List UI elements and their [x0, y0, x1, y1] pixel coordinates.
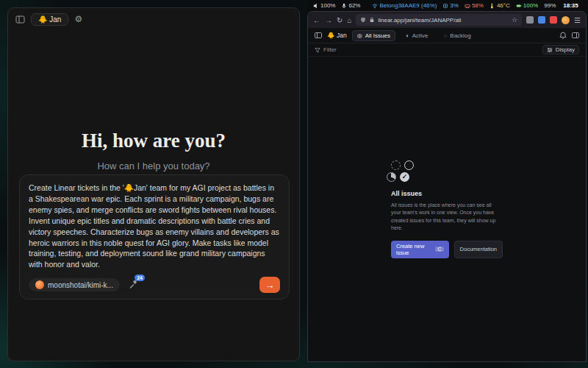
send-button[interactable]: →	[259, 277, 280, 293]
tab-backlog-label: Backlog	[450, 32, 470, 39]
team-selector[interactable]: 🐥 Jan	[31, 13, 68, 26]
extensions-icon[interactable]	[526, 16, 534, 24]
linear-team-label: 🐥 Jan	[327, 32, 347, 39]
jan-titlebar: 🐥 Jan ⚙	[8, 8, 299, 30]
linear-sidebar-toggle-icon[interactable]	[315, 32, 322, 39]
model-selector[interactable]: moonshotai/kimi-k...	[29, 278, 120, 291]
cpu-icon	[442, 3, 448, 9]
forward-button[interactable]: →	[325, 16, 332, 24]
temperature-indicator: 46°C	[490, 2, 510, 9]
welcome-block: Hi, how are you? How can I help you toda…	[8, 130, 299, 171]
filter-label: Filter	[323, 46, 337, 53]
mic-icon	[341, 3, 347, 9]
refresh-button[interactable]: ↻	[337, 16, 343, 24]
bookmark-star-icon[interactable]: ☆	[512, 16, 517, 24]
linear-main: ✓ All issues All issues is the place whe…	[308, 57, 586, 361]
tools-count-badge: 24	[135, 275, 145, 281]
system-status-bar: 100% 62% Belong38AAE9 (46%) 3% 58% 46°C …	[308, 0, 588, 11]
clock: 18:35	[563, 2, 578, 9]
display-button[interactable]: Display	[542, 45, 579, 54]
jan-app-window: 🐥 Jan ⚙ Hi, how are you? How can I help …	[7, 7, 300, 361]
battery2-indicator: 99%	[544, 2, 556, 9]
browser-toolbar: ← → ↻ ⌂ linear.app/jani/team/JANAPP/all …	[308, 12, 586, 28]
chat-input[interactable]: Create Linear tickets in the '🐥Jan' team…	[29, 183, 280, 270]
battery-indicator: 100%	[516, 2, 538, 9]
lock-icon	[369, 17, 375, 23]
filter-button[interactable]: Filter	[315, 46, 337, 53]
filter-icon	[315, 47, 320, 53]
send-arrow-icon: →	[265, 280, 275, 291]
empty-state-description: All issues is the place where you can se…	[391, 202, 503, 233]
chat-input-card: Create Linear tickets in the '🐥Jan' team…	[19, 174, 290, 300]
profile-avatar[interactable]	[562, 16, 570, 24]
greeting-subtitle: How can I help you today?	[8, 160, 299, 171]
empty-state-actions: Create new issue C Documentation	[391, 241, 503, 258]
wifi-indicator: Belong38AAE9 (46%)	[372, 2, 437, 9]
battery-icon	[516, 3, 522, 9]
volume-indicator: 100%	[313, 2, 335, 9]
gear-icon[interactable]: ⚙	[74, 14, 82, 24]
greeting-title: Hi, how are you?	[8, 130, 299, 152]
filter-bar: Filter Display	[308, 43, 586, 57]
back-button[interactable]: ←	[313, 16, 320, 24]
model-selector-label: moonshotai/kimi-k...	[48, 281, 113, 289]
tab-active[interactable]: ◐ Active	[401, 30, 434, 41]
empty-state: ✓ All issues All issues is the place whe…	[391, 160, 503, 258]
url-text: linear.app/jani/team/JANAPP/all	[378, 17, 509, 24]
done-status-icon: ✓	[400, 172, 409, 182]
todo-status-icon	[404, 160, 414, 170]
backlog-icon: ◌	[444, 32, 448, 39]
notifications-bell-icon[interactable]	[559, 32, 567, 39]
layout-panel-icon[interactable]	[572, 32, 579, 39]
tab-active-label: Active	[412, 32, 429, 39]
linear-app: 🐥 Jan ◎ All Issues ◐ Active ◌ Backlog	[308, 28, 586, 361]
issue-status-icons: ✓	[391, 160, 503, 182]
wifi-icon	[372, 3, 378, 9]
tools-button[interactable]: 24	[129, 280, 137, 289]
memory-indicator: 58%	[465, 2, 484, 9]
memory-icon	[465, 3, 470, 9]
volume-icon	[313, 3, 319, 9]
tab-backlog[interactable]: ◌ Backlog	[439, 30, 476, 41]
team-selector-label: 🐥 Jan	[38, 15, 61, 24]
thermometer-icon	[490, 3, 495, 9]
cpu-indicator: 3%	[442, 2, 459, 9]
model-provider-icon	[35, 280, 44, 289]
shortcut-badge: C	[435, 247, 443, 252]
active-icon: ◐	[406, 32, 409, 39]
home-button[interactable]: ⌂	[347, 16, 351, 24]
documentation-button[interactable]: Documentation	[454, 241, 503, 258]
display-sliders-icon	[547, 47, 553, 53]
create-new-issue-label: Create new issue	[396, 243, 432, 256]
tab-all-issues-label: All Issues	[365, 32, 390, 39]
tab-all-issues[interactable]: ◎ All Issues	[352, 30, 395, 41]
address-bar[interactable]: linear.app/jani/team/JANAPP/all ☆	[356, 14, 522, 26]
in-progress-status-icon	[387, 172, 396, 182]
sidebar-toggle-icon[interactable]	[15, 15, 25, 24]
display-label: Display	[556, 46, 575, 53]
empty-state-title: All issues	[391, 190, 503, 197]
backlog-status-icon	[391, 160, 401, 170]
menu-button[interactable]: ☰	[574, 16, 581, 24]
shield-icon	[360, 17, 366, 23]
extension-icon-red[interactable]	[550, 16, 557, 24]
browser-window: ← → ↻ ⌂ linear.app/jani/team/JANAPP/all …	[307, 11, 587, 362]
mic-indicator: 62%	[341, 2, 360, 9]
create-new-issue-button[interactable]: Create new issue C	[391, 241, 449, 258]
extension-icon-blue[interactable]	[538, 16, 545, 24]
all-issues-icon: ◎	[357, 32, 362, 39]
chat-input-toolbar: moonshotai/kimi-k... 24 →	[29, 277, 280, 293]
linear-header: 🐥 Jan ◎ All Issues ◐ Active ◌ Backlog	[308, 28, 586, 43]
tools-icon	[129, 280, 137, 289]
